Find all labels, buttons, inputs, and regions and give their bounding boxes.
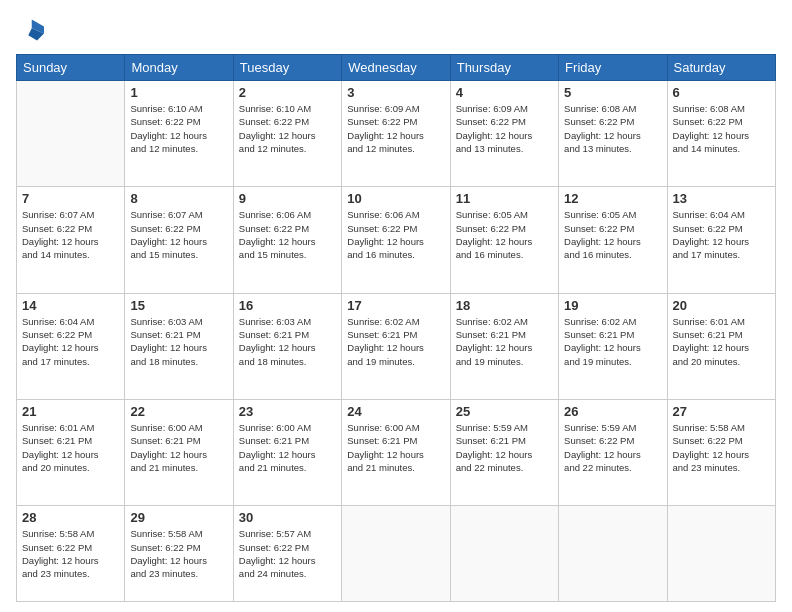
day-number: 17 xyxy=(347,298,444,313)
calendar-cell: 7Sunrise: 6:07 AM Sunset: 6:22 PM Daylig… xyxy=(17,187,125,293)
weekday-header-friday: Friday xyxy=(559,55,667,81)
day-number: 13 xyxy=(673,191,770,206)
calendar-cell: 3Sunrise: 6:09 AM Sunset: 6:22 PM Daylig… xyxy=(342,81,450,187)
day-info: Sunrise: 6:07 AM Sunset: 6:22 PM Dayligh… xyxy=(130,208,227,261)
day-number: 5 xyxy=(564,85,661,100)
day-number: 24 xyxy=(347,404,444,419)
calendar-cell: 9Sunrise: 6:06 AM Sunset: 6:22 PM Daylig… xyxy=(233,187,341,293)
day-info: Sunrise: 5:58 AM Sunset: 6:22 PM Dayligh… xyxy=(22,527,119,580)
calendar-cell: 13Sunrise: 6:04 AM Sunset: 6:22 PM Dayli… xyxy=(667,187,775,293)
calendar-cell: 12Sunrise: 6:05 AM Sunset: 6:22 PM Dayli… xyxy=(559,187,667,293)
day-info: Sunrise: 6:02 AM Sunset: 6:21 PM Dayligh… xyxy=(347,315,444,368)
day-info: Sunrise: 6:01 AM Sunset: 6:21 PM Dayligh… xyxy=(673,315,770,368)
calendar-cell: 11Sunrise: 6:05 AM Sunset: 6:22 PM Dayli… xyxy=(450,187,558,293)
day-info: Sunrise: 6:03 AM Sunset: 6:21 PM Dayligh… xyxy=(239,315,336,368)
day-number: 7 xyxy=(22,191,119,206)
weekday-header-tuesday: Tuesday xyxy=(233,55,341,81)
calendar-cell: 5Sunrise: 6:08 AM Sunset: 6:22 PM Daylig… xyxy=(559,81,667,187)
day-info: Sunrise: 6:02 AM Sunset: 6:21 PM Dayligh… xyxy=(456,315,553,368)
day-number: 19 xyxy=(564,298,661,313)
day-number: 4 xyxy=(456,85,553,100)
weekday-header-row: SundayMondayTuesdayWednesdayThursdayFrid… xyxy=(17,55,776,81)
day-info: Sunrise: 6:02 AM Sunset: 6:21 PM Dayligh… xyxy=(564,315,661,368)
day-number: 15 xyxy=(130,298,227,313)
day-number: 10 xyxy=(347,191,444,206)
calendar-cell: 10Sunrise: 6:06 AM Sunset: 6:22 PM Dayli… xyxy=(342,187,450,293)
weekday-header-thursday: Thursday xyxy=(450,55,558,81)
day-info: Sunrise: 6:01 AM Sunset: 6:21 PM Dayligh… xyxy=(22,421,119,474)
day-info: Sunrise: 6:09 AM Sunset: 6:22 PM Dayligh… xyxy=(456,102,553,155)
calendar-cell xyxy=(559,506,667,602)
day-number: 3 xyxy=(347,85,444,100)
day-info: Sunrise: 6:08 AM Sunset: 6:22 PM Dayligh… xyxy=(673,102,770,155)
day-info: Sunrise: 6:10 AM Sunset: 6:22 PM Dayligh… xyxy=(239,102,336,155)
day-info: Sunrise: 6:06 AM Sunset: 6:22 PM Dayligh… xyxy=(239,208,336,261)
day-number: 6 xyxy=(673,85,770,100)
day-info: Sunrise: 5:58 AM Sunset: 6:22 PM Dayligh… xyxy=(130,527,227,580)
day-number: 28 xyxy=(22,510,119,525)
day-info: Sunrise: 6:00 AM Sunset: 6:21 PM Dayligh… xyxy=(130,421,227,474)
calendar-cell: 16Sunrise: 6:03 AM Sunset: 6:21 PM Dayli… xyxy=(233,293,341,399)
calendar-cell: 29Sunrise: 5:58 AM Sunset: 6:22 PM Dayli… xyxy=(125,506,233,602)
calendar-cell: 21Sunrise: 6:01 AM Sunset: 6:21 PM Dayli… xyxy=(17,399,125,505)
calendar-week-row: 14Sunrise: 6:04 AM Sunset: 6:22 PM Dayli… xyxy=(17,293,776,399)
calendar-cell: 25Sunrise: 5:59 AM Sunset: 6:21 PM Dayli… xyxy=(450,399,558,505)
day-number: 23 xyxy=(239,404,336,419)
calendar-cell: 1Sunrise: 6:10 AM Sunset: 6:22 PM Daylig… xyxy=(125,81,233,187)
day-info: Sunrise: 6:09 AM Sunset: 6:22 PM Dayligh… xyxy=(347,102,444,155)
header xyxy=(16,16,776,44)
calendar-cell xyxy=(667,506,775,602)
day-number: 18 xyxy=(456,298,553,313)
day-number: 8 xyxy=(130,191,227,206)
day-number: 9 xyxy=(239,191,336,206)
calendar-cell: 18Sunrise: 6:02 AM Sunset: 6:21 PM Dayli… xyxy=(450,293,558,399)
day-number: 12 xyxy=(564,191,661,206)
day-info: Sunrise: 5:59 AM Sunset: 6:22 PM Dayligh… xyxy=(564,421,661,474)
calendar-cell: 27Sunrise: 5:58 AM Sunset: 6:22 PM Dayli… xyxy=(667,399,775,505)
calendar-cell: 17Sunrise: 6:02 AM Sunset: 6:21 PM Dayli… xyxy=(342,293,450,399)
calendar-cell: 30Sunrise: 5:57 AM Sunset: 6:22 PM Dayli… xyxy=(233,506,341,602)
day-number: 14 xyxy=(22,298,119,313)
day-info: Sunrise: 6:00 AM Sunset: 6:21 PM Dayligh… xyxy=(347,421,444,474)
page: SundayMondayTuesdayWednesdayThursdayFrid… xyxy=(0,0,792,612)
calendar-cell: 6Sunrise: 6:08 AM Sunset: 6:22 PM Daylig… xyxy=(667,81,775,187)
day-info: Sunrise: 6:04 AM Sunset: 6:22 PM Dayligh… xyxy=(673,208,770,261)
calendar-cell xyxy=(342,506,450,602)
calendar-week-row: 28Sunrise: 5:58 AM Sunset: 6:22 PM Dayli… xyxy=(17,506,776,602)
day-info: Sunrise: 6:10 AM Sunset: 6:22 PM Dayligh… xyxy=(130,102,227,155)
calendar-week-row: 1Sunrise: 6:10 AM Sunset: 6:22 PM Daylig… xyxy=(17,81,776,187)
day-info: Sunrise: 6:07 AM Sunset: 6:22 PM Dayligh… xyxy=(22,208,119,261)
day-info: Sunrise: 6:06 AM Sunset: 6:22 PM Dayligh… xyxy=(347,208,444,261)
day-number: 16 xyxy=(239,298,336,313)
calendar-cell: 26Sunrise: 5:59 AM Sunset: 6:22 PM Dayli… xyxy=(559,399,667,505)
calendar-table: SundayMondayTuesdayWednesdayThursdayFrid… xyxy=(16,54,776,602)
calendar-cell xyxy=(450,506,558,602)
day-number: 25 xyxy=(456,404,553,419)
weekday-header-monday: Monday xyxy=(125,55,233,81)
calendar-cell: 2Sunrise: 6:10 AM Sunset: 6:22 PM Daylig… xyxy=(233,81,341,187)
calendar-week-row: 21Sunrise: 6:01 AM Sunset: 6:21 PM Dayli… xyxy=(17,399,776,505)
day-info: Sunrise: 6:08 AM Sunset: 6:22 PM Dayligh… xyxy=(564,102,661,155)
day-number: 27 xyxy=(673,404,770,419)
day-number: 26 xyxy=(564,404,661,419)
logo-icon xyxy=(16,16,44,44)
calendar-cell: 19Sunrise: 6:02 AM Sunset: 6:21 PM Dayli… xyxy=(559,293,667,399)
day-number: 20 xyxy=(673,298,770,313)
day-number: 1 xyxy=(130,85,227,100)
day-number: 11 xyxy=(456,191,553,206)
day-number: 22 xyxy=(130,404,227,419)
calendar-cell xyxy=(17,81,125,187)
day-number: 2 xyxy=(239,85,336,100)
calendar-cell: 28Sunrise: 5:58 AM Sunset: 6:22 PM Dayli… xyxy=(17,506,125,602)
calendar-cell: 23Sunrise: 6:00 AM Sunset: 6:21 PM Dayli… xyxy=(233,399,341,505)
calendar-cell: 20Sunrise: 6:01 AM Sunset: 6:21 PM Dayli… xyxy=(667,293,775,399)
day-number: 30 xyxy=(239,510,336,525)
day-info: Sunrise: 6:04 AM Sunset: 6:22 PM Dayligh… xyxy=(22,315,119,368)
weekday-header-sunday: Sunday xyxy=(17,55,125,81)
logo xyxy=(16,16,48,44)
day-info: Sunrise: 5:58 AM Sunset: 6:22 PM Dayligh… xyxy=(673,421,770,474)
calendar-cell: 22Sunrise: 6:00 AM Sunset: 6:21 PM Dayli… xyxy=(125,399,233,505)
day-info: Sunrise: 6:05 AM Sunset: 6:22 PM Dayligh… xyxy=(564,208,661,261)
day-info: Sunrise: 6:05 AM Sunset: 6:22 PM Dayligh… xyxy=(456,208,553,261)
weekday-header-wednesday: Wednesday xyxy=(342,55,450,81)
